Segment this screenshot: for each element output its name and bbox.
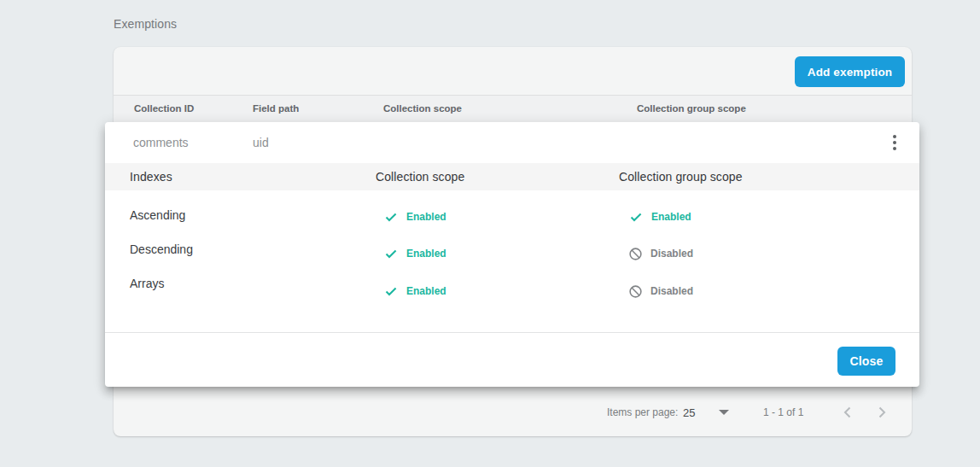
index-row-label: Arrays: [130, 266, 300, 301]
column-header-collection-group-scope: Collection group scope: [637, 96, 746, 123]
status-label: Enabled: [406, 211, 446, 223]
status-ascending-collection-group-scope: Enabled: [629, 207, 691, 226]
status-label: Enabled: [406, 248, 446, 260]
status-arrays-collection-scope: Enabled: [384, 282, 446, 301]
column-header-collection-scope: Collection scope: [383, 96, 462, 123]
status-descending-collection-scope: Enabled: [384, 244, 446, 263]
indexes-header-collection-group-scope: Collection group scope: [619, 163, 743, 190]
exemption-row[interactable]: comments uid: [105, 122, 919, 163]
exemption-collection-id: comments: [133, 122, 189, 163]
indexes-header-collection-scope: Collection scope: [376, 163, 464, 190]
items-per-page-select[interactable]: [719, 388, 729, 436]
caret-down-icon: [719, 410, 729, 415]
items-per-page-label: Items per page:: [607, 388, 678, 436]
chevron-right-icon: [872, 402, 892, 423]
kebab-menu-icon[interactable]: [884, 132, 905, 153]
panel-footer: Close: [105, 332, 919, 387]
add-exemption-button[interactable]: Add exemption: [795, 56, 905, 87]
exemptions-page: Exemptions Add exemption Collection ID F…: [0, 0, 980, 467]
chevron-left-icon: [837, 402, 858, 423]
index-details-panel: comments uid Indexes Collection scope Co…: [105, 122, 919, 387]
status-label: Enabled: [651, 211, 691, 223]
page-title: Exemptions: [114, 17, 177, 31]
check-icon: [384, 284, 398, 298]
column-header-field-path: Field path: [253, 96, 299, 123]
check-icon: [384, 247, 398, 260]
status-descending-collection-group-scope: Disabled: [629, 244, 693, 263]
paginator: Items per page: 25 1 - 1 of 1: [114, 388, 912, 436]
status-label: Disabled: [650, 285, 693, 297]
status-arrays-collection-group-scope: Disabled: [629, 282, 693, 301]
block-icon: [629, 285, 642, 298]
index-row-label: Descending: [130, 232, 300, 266]
status-label: Enabled: [406, 285, 446, 297]
previous-page-button[interactable]: [837, 388, 858, 436]
exemption-field-path: uid: [253, 122, 269, 163]
close-button[interactable]: Close: [837, 347, 895, 376]
column-header-collection-id: Collection ID: [134, 96, 194, 123]
indexes-table-header: Indexes Collection scope Collection grou…: [105, 163, 919, 190]
exemptions-table-header: Collection ID Field path Collection scop…: [114, 95, 912, 122]
block-icon: [629, 248, 642, 260]
next-page-button[interactable]: [872, 388, 892, 436]
index-row-label: Ascending: [130, 198, 300, 232]
items-per-page-value[interactable]: 25: [683, 388, 695, 436]
indexes-header-title: Indexes: [130, 163, 172, 190]
check-icon: [629, 210, 643, 224]
page-range-label: 1 - 1 of 1: [763, 388, 803, 436]
status-label: Disabled: [650, 248, 693, 260]
check-icon: [384, 210, 398, 224]
status-ascending-collection-scope: Enabled: [384, 207, 446, 226]
